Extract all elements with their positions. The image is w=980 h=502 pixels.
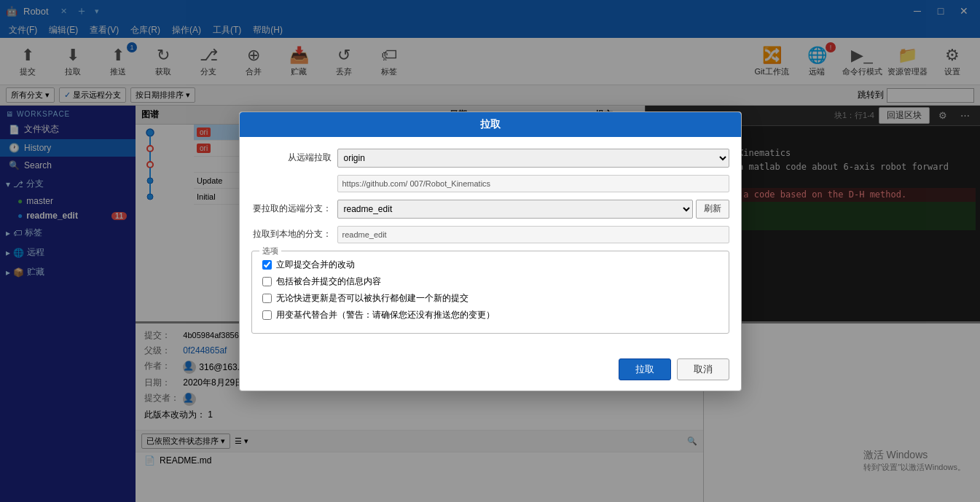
opt3-row: 无论快进更新是否可以被执行都创建一个新的提交: [262, 292, 718, 305]
pull-confirm-button[interactable]: 拉取: [619, 358, 671, 380]
opt2-label: 包括被合并提交的信息内容: [276, 275, 381, 288]
opt1-checkbox[interactable]: [262, 260, 272, 270]
opt1-label: 立即提交合并的改动: [276, 259, 355, 271]
opt1-row: 立即提交合并的改动: [262, 259, 718, 271]
modal-title: 拉取: [240, 112, 741, 137]
opt4-checkbox[interactable]: [262, 310, 272, 320]
options-legend: 选项: [259, 246, 281, 256]
from-remote-select-wrap: origin: [337, 149, 729, 168]
remote-branch-label: 要拉取的远端分支：: [251, 203, 332, 215]
opt2-checkbox[interactable]: [262, 277, 272, 286]
refresh-button[interactable]: 刷新: [696, 200, 729, 219]
remote-branch-row: 要拉取的远端分支： readme_edit 刷新: [251, 200, 729, 219]
remote-url-display: https://github.com/ 007/Robot_Kinematics: [337, 175, 729, 192]
opt3-label: 无论快进更新是否可以被执行都创建一个新的提交: [276, 292, 469, 305]
cancel-button[interactable]: 取消: [677, 358, 729, 380]
modal-footer: 拉取 取消: [240, 353, 741, 391]
opt4-label: 用变基代替合并（警告：请确保您还没有推送您的变更）: [276, 309, 495, 321]
remote-branch-select-wrap: readme_edit 刷新: [337, 200, 729, 219]
local-branch-label: 拉取到本地的分支：: [251, 228, 332, 240]
local-branch-row: 拉取到本地的分支： readme_edit: [251, 226, 729, 243]
local-branch-display: readme_edit: [337, 226, 729, 243]
from-remote-select[interactable]: origin: [337, 149, 729, 168]
remote-branch-select[interactable]: readme_edit: [337, 200, 693, 219]
from-remote-label: 从远端拉取: [251, 152, 332, 164]
opt2-row: 包括被合并提交的信息内容: [262, 275, 718, 288]
from-remote-row: 从远端拉取 origin: [251, 149, 729, 168]
modal-overlay: 拉取 从远端拉取 origin https://github.com/ 007/…: [0, 0, 980, 502]
remote-url-row: https://github.com/ 007/Robot_Kinematics: [251, 175, 729, 192]
opt4-row: 用变基代替合并（警告：请确保您还没有推送您的变更）: [262, 309, 718, 321]
opt3-checkbox[interactable]: [262, 294, 272, 303]
options-group: 选项 立即提交合并的改动 包括被合并提交的信息内容 无论快进更新是否可以被执行都…: [251, 251, 729, 334]
modal-body: 从远端拉取 origin https://github.com/ 007/Rob…: [240, 137, 741, 353]
pull-modal: 拉取 从远端拉取 origin https://github.com/ 007/…: [239, 111, 742, 391]
